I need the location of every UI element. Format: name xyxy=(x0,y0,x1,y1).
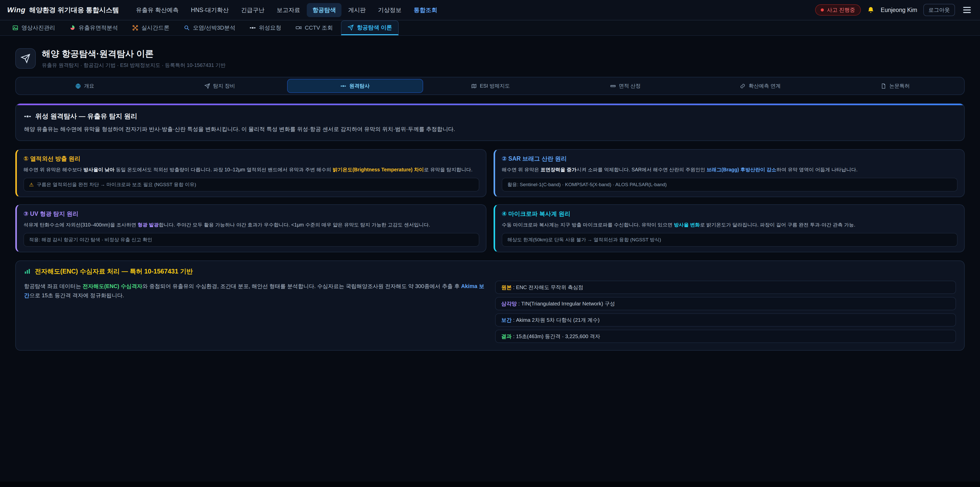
magnifier-icon xyxy=(184,25,190,31)
satellite-icon xyxy=(250,25,256,31)
enc-row-interpolation: 보간 : Akima 2차원 5차 다항식 (21개 계수) xyxy=(495,313,956,327)
status-dot-icon xyxy=(821,8,824,11)
main-menu: 유출유 확산예측 HNS·대기확산 긴급구난 보고자료 항공탐색 게시판 기상정… xyxy=(130,3,443,17)
paper-plane-icon xyxy=(348,24,354,30)
enc-row-result: 결과 : 15초(463m) 등간격 · 3,225,600 격자 xyxy=(495,330,956,343)
card-title: ④ 마이크로파 복사계 원리 xyxy=(502,210,958,218)
page-title: 해양 항공탐색·원격탐사 이론 xyxy=(42,48,226,60)
sub-navigation: 영상사진관리 유출유면적분석 실시간드론 xyxy=(0,21,980,36)
enc-paragraph: 항공탐색 좌표 데이터는 전자해도(ENC) 수심격자와 중첩되어 유출유의 수… xyxy=(24,281,485,300)
image-icon xyxy=(12,25,18,31)
subnav-tab-label: 항공탐색 이론 xyxy=(357,24,392,31)
nav-item-board[interactable]: 게시판 xyxy=(342,3,371,17)
subnav-tab-pollution-ship-3d[interactable]: 오염/선박3D분석 xyxy=(178,21,242,35)
card-title: ① 열적외선 방출 원리 xyxy=(24,155,479,163)
pill-tab-label: ESI 방제지도 xyxy=(480,83,510,89)
document-icon xyxy=(881,83,886,89)
card-body: 석유계 탄화수소에 자외선(310–400nm)을 조사하면 형광 발광합니다.… xyxy=(24,221,479,229)
subnav-tab-label: 실시간드론 xyxy=(142,24,169,32)
bar-chart-icon xyxy=(24,268,30,275)
pill-tab-diffusion-link[interactable]: 확산예측 연계 xyxy=(693,79,828,93)
page-header-icon-box xyxy=(15,48,36,69)
pill-tab-overview[interactable]: 개요 xyxy=(18,79,152,93)
enc-row-label: 원본 xyxy=(501,284,512,290)
nav-item-emergency-rescue[interactable]: 긴급구난 xyxy=(235,3,270,17)
logo-icon: Wing xyxy=(7,6,25,14)
page-header: 해양 항공탐색·원격탐사 이론 유출유 원격탐지 · 항공감시 기법 · ESI… xyxy=(15,48,965,69)
bottom-band xyxy=(0,482,980,487)
enc-row-text: : TIN(Triangulated Irregular Network) 구성 xyxy=(517,301,615,307)
warning-icon: ⚠ xyxy=(29,182,34,188)
subnav-tab-label: CCTV 조회 xyxy=(305,24,333,32)
card-note-text: 적용: 해경 감시 항공기 야간 탐색 · 비정상 유출 신고 확인 xyxy=(29,236,152,243)
subnav-tab-label: 위성요청 xyxy=(259,24,281,32)
card-body: 해수면 위 유막은 표면장력을 증가시켜 소파를 억제합니다. SAR에서 해수… xyxy=(502,166,958,174)
nav-item-weather-info[interactable]: 기상정보 xyxy=(372,3,407,17)
nav-item-hns-atmospheric[interactable]: HNS·대기확산 xyxy=(185,3,234,17)
nav-item-oil-spill-prediction[interactable]: 유출유 확산예측 xyxy=(130,3,184,17)
pill-tab-papers-patents[interactable]: 논문특허 xyxy=(828,79,963,93)
remote-sensing-section: 위성 원격탐사 — 유출유 탐지 원리 해양 유출유는 해수면에 유막을 형성하… xyxy=(15,103,965,141)
pie-chart-icon xyxy=(69,25,76,31)
pill-tab-label: 개요 xyxy=(84,83,94,89)
card-note-text: 활용: Sentinel-1(C-band) · KOMPSAT-5(X-ban… xyxy=(508,181,667,188)
enc-row-label: 보간 xyxy=(501,317,512,323)
pill-tab-label: 원격탐사 xyxy=(349,83,369,89)
enc-row-source: 원본 : ENC 전자해도 무작위 측심점 xyxy=(495,281,956,294)
pill-tab-remote-sensing[interactable]: 원격탐사 xyxy=(287,79,423,93)
status-badge-label: 사고 진행중 xyxy=(827,6,855,14)
section-intro: 해양 유출유는 해수면에 유막을 형성하여 전자기파 반사·방출·산란 특성을 … xyxy=(24,125,956,134)
satellite-icon xyxy=(24,113,31,120)
pill-tab-label: 면적 산정 xyxy=(619,83,641,89)
drone-icon xyxy=(132,25,138,31)
pill-tab-detection-equipment[interactable]: 탐지 장비 xyxy=(152,79,287,93)
enc-bathymetry-section: 전자해도(ENC) 수심자료 처리 — 특허 10-1567431 기반 항공탐… xyxy=(15,260,965,351)
subnav-tab-image-management[interactable]: 영상사진관리 xyxy=(6,21,61,35)
plane-icon xyxy=(204,83,210,89)
nav-item-reports[interactable]: 보고자료 xyxy=(271,3,306,17)
principle-cards-grid: ① 열적외선 방출 원리 해수면 위 유막은 해수보다 방사율이 낮아 동일 온… xyxy=(15,149,965,252)
subnav-tab-satellite-request[interactable]: 위성요청 xyxy=(243,21,287,35)
card-body: 수동 마이크로파 복사계는 지구 방출 마이크로파를 수신합니다. 유막이 있으… xyxy=(502,221,958,229)
link-icon xyxy=(740,83,746,89)
section-title: 전자해도(ENC) 수심자료 처리 — 특허 10-1567431 기반 xyxy=(35,267,193,276)
card-body: 해수면 위 유막은 해수보다 방사율이 낮아 동일 온도에서도 적외선 방출량이… xyxy=(24,166,479,174)
pill-tab-esi-map[interactable]: ESI 방제지도 xyxy=(423,79,558,93)
enc-row-text: : 15초(463m) 등간격 · 3,225,600 격자 xyxy=(512,334,600,339)
enc-row-label: 삼각망 xyxy=(501,301,517,307)
card-title: ② SAR 브래그 산란 원리 xyxy=(502,155,958,163)
subnav-tab-cctv[interactable]: CCTV 조회 xyxy=(290,21,339,35)
principle-card-thermal-ir: ① 열적외선 방출 원리 해수면 위 유막은 해수보다 방사율이 낮아 동일 온… xyxy=(15,149,487,197)
satellite-icon xyxy=(340,83,346,89)
theory-tab-bar: 개요 탐지 장비 원격탐사 xyxy=(15,77,965,95)
map-icon xyxy=(471,83,477,89)
pill-tab-area-calculation[interactable]: 면적 산정 xyxy=(558,79,693,93)
nav-item-integrated-search[interactable]: 통합조회 xyxy=(408,3,443,17)
subnav-tab-aerial-theory[interactable]: 항공탐색 이론 xyxy=(341,21,399,35)
subnav-tab-label: 오염/선박3D분석 xyxy=(193,24,235,32)
pill-tab-label: 논문특허 xyxy=(889,83,910,89)
send-icon xyxy=(21,54,30,63)
app-logo[interactable]: Wing 해양환경 위기대응 통합시스템 xyxy=(7,6,119,14)
nav-item-aerial-search[interactable]: 항공탐색 xyxy=(307,3,342,17)
card-note: ⚠ 구름은 열적외선을 완전 차단 → 마이크로파 보조 필요 (NGSST 융… xyxy=(24,178,479,192)
subnav-tab-oil-area-analysis[interactable]: 유출유면적분석 xyxy=(63,21,124,35)
enc-row-text: : ENC 전자해도 무작위 측심점 xyxy=(512,284,584,290)
subnav-tab-label: 유출유면적분석 xyxy=(79,24,118,32)
app-title: 해양환경 위기대응 통합시스템 xyxy=(29,6,119,14)
card-note: 활용: Sentinel-1(C-band) · KOMPSAT-5(X-ban… xyxy=(502,178,958,192)
subnav-tab-realtime-drone[interactable]: 실시간드론 xyxy=(126,21,176,35)
card-note: 적용: 해경 감시 항공기 야간 탐색 · 비정상 유출 신고 확인 xyxy=(24,233,479,247)
card-note-text: 해상도 한계(50km)로 단독 사용 불가 → 열적외선과 융합 (NGSST… xyxy=(508,236,661,243)
page-subtitle: 유출유 원격탐지 · 항공감시 기법 · ESI 방제정보지도 · 등록특허 1… xyxy=(42,62,226,69)
hamburger-menu-icon[interactable] xyxy=(961,4,973,16)
ruler-icon xyxy=(610,83,616,89)
enc-row-text: : Akima 2차원 5차 다항식 (21개 계수) xyxy=(512,317,600,323)
bell-icon[interactable] xyxy=(867,6,875,14)
logout-button[interactable]: 로그아웃 xyxy=(923,4,955,16)
subnav-tab-label: 영상사진관리 xyxy=(21,24,55,32)
page: Wing 해양환경 위기대응 통합시스템 유출유 확산예측 HNS·대기확산 긴… xyxy=(0,0,980,487)
pill-tab-label: 확산예측 연계 xyxy=(749,83,781,89)
enc-process-rows: 원본 : ENC 전자해도 무작위 측심점 삼각망 : TIN(Triangul… xyxy=(495,281,956,343)
principle-card-sar-bragg: ② SAR 브래그 산란 원리 해수면 위 유막은 표면장력을 증가시켜 소파를… xyxy=(493,149,965,197)
